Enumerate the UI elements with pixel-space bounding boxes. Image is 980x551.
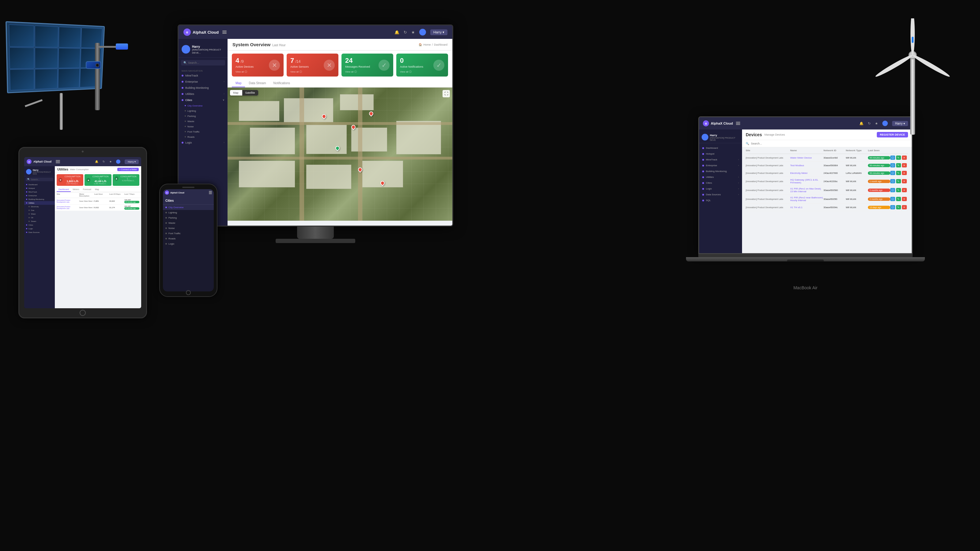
view-icon[interactable]: ⓘ xyxy=(890,156,895,160)
sidebar-item-foot-traffic[interactable]: Foot Traffic xyxy=(178,129,228,134)
laptop-nav-dashboard[interactable]: Dashboard xyxy=(699,145,742,151)
phone-nav-parking[interactable]: Parking xyxy=(163,215,214,221)
map-marker-3[interactable] xyxy=(368,111,375,117)
laptop-nav-logix[interactable]: Logix › xyxy=(699,186,742,192)
map-tab-map[interactable]: Map xyxy=(230,90,242,95)
search-input[interactable] xyxy=(188,61,223,64)
hamburger-menu[interactable] xyxy=(222,30,227,34)
phone-nav-lighting[interactable]: Lighting xyxy=(163,210,214,215)
tablet-nav-electricity[interactable]: Electricity xyxy=(24,205,55,208)
tablet-hamburger[interactable] xyxy=(56,160,60,163)
sidebar-item-minetrack[interactable]: MineTrack xyxy=(178,73,228,79)
view-icon[interactable]: ⓘ xyxy=(890,171,895,175)
table-row: [Innovation] Product Development Labs X1… xyxy=(746,203,908,211)
map-expand-button[interactable]: ⛶ xyxy=(442,90,450,97)
tablet-nav-cities[interactable]: Cities xyxy=(24,223,55,227)
util-tab-map[interactable]: Map xyxy=(93,187,101,192)
sidebar-search[interactable]: 🔍 xyxy=(181,60,225,65)
phone-nav-roads[interactable]: Roads xyxy=(163,236,214,241)
delete-icon[interactable]: ✕ xyxy=(902,188,907,192)
tablet-nav-minetrack[interactable]: MineTrack xyxy=(24,190,55,194)
util-tab-meters[interactable]: Meters xyxy=(71,187,81,192)
laptop-nav-building[interactable]: Building Monitoring xyxy=(699,168,742,174)
sidebar-item-building[interactable]: Building Monitoring xyxy=(178,85,228,91)
tablet-nav-enterprise[interactable]: Enterprise xyxy=(24,194,55,197)
tablet-nav-gas[interactable]: Gas xyxy=(24,208,55,212)
sidebar-item-cities[interactable]: Cities ∨ xyxy=(178,97,228,103)
phone-nav-logix[interactable]: Logix xyxy=(163,241,214,246)
bell-icon[interactable]: 🔔 xyxy=(395,30,399,35)
map-tab-satellite[interactable]: Satellite xyxy=(242,90,258,95)
tablet-refresh-icon[interactable]: ↻ xyxy=(103,160,105,163)
connect-meter-button[interactable]: + Connect a Meter xyxy=(117,168,139,171)
phone-nav-city-overview[interactable]: City Overview xyxy=(163,205,214,210)
delete-icon[interactable]: ✕ xyxy=(902,197,907,201)
laptop-nav-enterprise[interactable]: Enterprise › xyxy=(699,162,742,168)
edit-icon[interactable]: ✎ xyxy=(896,197,901,201)
sidebar-item-waste[interactable]: Waste xyxy=(178,119,228,124)
tablet-star-icon[interactable]: ★ xyxy=(109,160,112,163)
laptop-nav-utilities[interactable]: Utilities › xyxy=(699,174,742,180)
delete-icon[interactable]: ✕ xyxy=(902,205,907,210)
tablet-nav-water[interactable]: Water xyxy=(24,212,55,216)
sidebar-item-utilities[interactable]: Utilities › xyxy=(178,91,228,97)
sidebar-item-parking[interactable]: Parking xyxy=(178,114,228,119)
tablet-bell-icon[interactable]: 🔔 xyxy=(95,160,98,163)
view-icon[interactable]: ⓘ xyxy=(890,179,895,183)
view-icon[interactable]: ⓘ xyxy=(890,205,895,210)
refresh-icon[interactable]: ↻ xyxy=(404,30,407,35)
laptop-hamburger[interactable] xyxy=(736,122,740,125)
view-icon[interactable]: ⓘ xyxy=(890,188,895,192)
tab-map[interactable]: Map xyxy=(232,79,245,87)
phone-nav-noise[interactable]: Noise xyxy=(163,225,214,231)
sidebar-item-enterprise[interactable]: Enterprise › xyxy=(178,79,228,85)
laptop-nav-sql[interactable]: SQL xyxy=(699,197,742,203)
tablet-home-button[interactable] xyxy=(80,310,86,316)
view-icon[interactable]: ⓘ xyxy=(890,197,895,201)
laptop-bell-icon[interactable]: 🔔 xyxy=(859,122,864,125)
tablet-nav-logix[interactable]: Logix xyxy=(24,227,55,230)
sidebar-item-city-overview[interactable]: City Overview xyxy=(178,103,228,108)
tablet-nav-dashboard[interactable]: Dashboard xyxy=(24,183,55,186)
devices-search-input[interactable] xyxy=(751,142,797,145)
util-tab-dashboard[interactable]: Dashboard xyxy=(57,187,71,192)
sidebar-item-logix[interactable]: Logix › xyxy=(178,140,228,146)
phone-hamburger[interactable] xyxy=(209,191,212,194)
edit-icon[interactable]: ✎ xyxy=(896,188,901,192)
tablet-nav-data-sources[interactable]: Data Sources xyxy=(24,230,55,234)
phone-home-button[interactable] xyxy=(186,290,191,295)
tablet-user-badge[interactable]: Harry ▾ xyxy=(125,159,139,164)
phone-nav-waste[interactable]: Waste xyxy=(163,221,214,225)
phone-nav-foot-traffic[interactable]: Foot Traffic xyxy=(163,231,214,236)
laptop-nav-data-sources[interactable]: Data Sources › xyxy=(699,192,742,197)
edit-icon[interactable]: ✎ xyxy=(896,156,901,160)
tab-data-stream[interactable]: Data Stream xyxy=(245,79,269,87)
tablet-nav-steam[interactable]: Steam xyxy=(24,219,55,223)
sidebar-item-lighting[interactable]: Lighting xyxy=(178,108,228,114)
delete-icon[interactable]: ✕ xyxy=(902,156,907,160)
delete-icon[interactable]: ✕ xyxy=(902,163,907,167)
user-badge[interactable]: Harry ▾ xyxy=(430,29,447,35)
edit-icon[interactable]: ✎ xyxy=(896,171,901,175)
delete-icon[interactable]: ✕ xyxy=(902,171,907,175)
wind-turbine xyxy=(870,18,956,153)
monitor-screen: α AlphaX Cloud 🔔 ↻ ★ Harry ▾ xyxy=(178,24,453,227)
tablet-nav-hotspot[interactable]: Hotspot xyxy=(24,186,55,190)
laptop-nav-minetrack[interactable]: MineTrack › xyxy=(699,157,742,162)
star-icon[interactable]: ★ xyxy=(411,30,415,35)
sidebar-item-roads[interactable]: Roads xyxy=(178,134,228,140)
laptop-nav-cities[interactable]: Cities › xyxy=(699,180,742,186)
laptop-nav-hotspot[interactable]: Hotspot xyxy=(699,151,742,157)
util-tab-forecast[interactable]: Forecast xyxy=(81,187,93,192)
edit-icon[interactable]: ✎ xyxy=(896,179,901,183)
view-icon[interactable]: ⓘ xyxy=(890,163,895,167)
sidebar-item-noise[interactable]: Noise xyxy=(178,124,228,129)
edit-icon[interactable]: ✎ xyxy=(896,205,901,210)
delete-icon[interactable]: ✕ xyxy=(902,179,907,183)
tablet-nav-utilities[interactable]: Utilities xyxy=(24,201,55,205)
edit-icon[interactable]: ✎ xyxy=(896,163,901,167)
tablet-nav-oil[interactable]: Oil xyxy=(24,216,55,219)
tab-notifications[interactable]: Notifications xyxy=(270,79,294,87)
tablet-nav-building[interactable]: Building Monitoring xyxy=(24,197,55,201)
tablet-search[interactable]: 🔍 Search... xyxy=(26,178,53,181)
